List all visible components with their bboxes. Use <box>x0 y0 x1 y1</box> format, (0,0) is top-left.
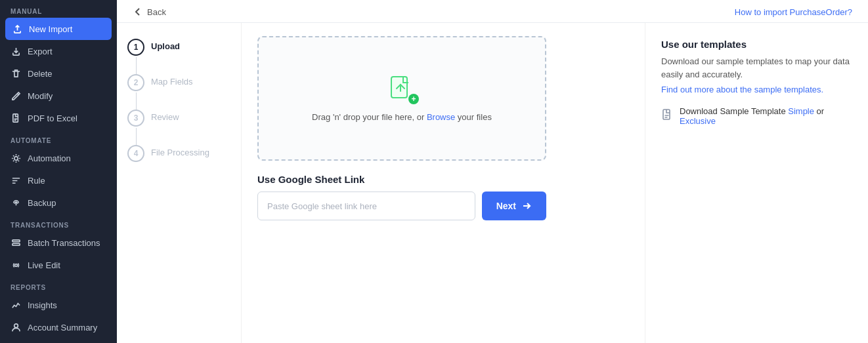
section-label-transactions: TRANSACTIONS <box>0 214 117 232</box>
templates-title: Use our templates <box>661 39 852 50</box>
sidebar-item-modify[interactable]: Modify <box>0 85 117 107</box>
sidebar-item-label-batch-transactions: Batch Transactions <box>28 238 100 248</box>
section-label-manual: MANUAL <box>0 0 117 18</box>
edit-icon <box>11 91 21 101</box>
document-icon <box>661 109 673 124</box>
plus-badge: + <box>408 94 419 104</box>
export-icon <box>11 46 21 56</box>
sidebar-item-live-edit[interactable]: Live Edit <box>0 254 117 276</box>
sidebar-item-rule[interactable]: Rule <box>0 169 117 192</box>
insights-icon <box>11 300 21 310</box>
file-dropzone[interactable]: + Drag 'n' drop your file here, or Brows… <box>257 36 546 161</box>
right-panel: Use our templates Download our sample te… <box>645 23 868 343</box>
step-1: 1 Upload <box>127 39 230 56</box>
upload-icon <box>12 24 22 34</box>
step-3-circle: 3 <box>127 110 144 127</box>
sidebar-item-automation[interactable]: Automation <box>0 147 117 169</box>
sidebar-item-batch-transactions[interactable]: Batch Transactions <box>0 232 117 254</box>
file-icon <box>11 113 21 123</box>
sidebar-item-account-summary[interactable]: Account Summary <box>0 316 117 338</box>
sidebar-item-label-pdf-to-excel: PDF to Excel <box>28 113 77 123</box>
step-1-label: Upload <box>151 39 180 51</box>
drag-drop-text: Drag 'n' drop your file here, or Browse … <box>312 112 492 122</box>
sidebar-item-label-modify: Modify <box>28 91 53 101</box>
batch-icon <box>11 237 21 248</box>
file-upload-icon: + <box>387 75 416 104</box>
sidebar-item-pdf-to-excel[interactable]: PDF to Excel <box>0 107 117 129</box>
sidebar-item-backup[interactable]: Backup <box>0 192 117 214</box>
templates-description: Download our sample templates to map you… <box>661 55 852 81</box>
step-3: 3 Review <box>127 110 230 127</box>
google-input-row: Next <box>257 192 546 220</box>
arrow-right-icon <box>521 201 532 211</box>
sidebar: MANUAL New Import Export Del <box>0 0 117 343</box>
svg-point-5 <box>14 323 18 327</box>
google-sheet-input[interactable] <box>257 192 475 220</box>
download-text: Download Sample Template Simple or Exclu… <box>680 106 852 126</box>
step-2: 2 Map Fields <box>127 74 230 91</box>
svg-point-4 <box>14 264 17 266</box>
sidebar-section-automate: AUTOMATE Automation Rule Bac <box>0 129 117 214</box>
trash-icon <box>11 68 21 79</box>
next-button[interactable]: Next <box>482 192 546 220</box>
content-area: 1 Upload 2 Map Fields 3 Review 4 File Pr… <box>117 23 868 343</box>
step-2-circle: 2 <box>127 74 144 91</box>
section-label-automate: AUTOMATE <box>0 129 117 147</box>
sidebar-item-label-insights: Insights <box>28 300 57 310</box>
step-4: 4 File Processing <box>127 145 230 162</box>
top-bar: Back How to import PurchaseOrder? <box>117 0 868 23</box>
sidebar-section-manual: MANUAL New Import Export Del <box>0 0 117 129</box>
chevron-left-icon <box>133 7 143 17</box>
download-row: Download Sample Template Simple or Exclu… <box>661 106 852 126</box>
sidebar-item-export[interactable]: Export <box>0 40 117 62</box>
step-4-circle: 4 <box>127 145 144 162</box>
automation-icon <box>11 153 21 163</box>
sidebar-item-label-rule: Rule <box>28 176 45 186</box>
backup-icon <box>11 197 21 208</box>
steps-panel: 1 Upload 2 Map Fields 3 Review 4 File Pr… <box>117 23 242 343</box>
main-content: Back How to import PurchaseOrder? 1 Uplo… <box>117 0 868 343</box>
sidebar-item-label-backup: Backup <box>28 198 56 208</box>
section-label-reports: REPORTS <box>0 276 117 294</box>
sidebar-item-delete[interactable]: Delete <box>0 62 117 85</box>
sidebar-item-label-delete: Delete <box>28 69 53 79</box>
sidebar-item-label-new-import: New Import <box>29 24 72 34</box>
sidebar-section-reports: REPORTS Insights Account Summary <box>0 276 117 338</box>
sidebar-section-transactions: TRANSACTIONS Batch Transactions Live Edi… <box>0 214 117 276</box>
simple-template-link[interactable]: Simple <box>788 106 814 116</box>
svg-rect-2 <box>12 239 19 241</box>
step-1-circle: 1 <box>127 39 144 56</box>
step-2-label: Map Fields <box>151 74 193 87</box>
upload-main: + Drag 'n' drop your file here, or Brows… <box>242 23 645 343</box>
google-sheet-label: Use Google Sheet Link <box>257 174 546 185</box>
sidebar-item-label-account-summary: Account Summary <box>28 323 97 333</box>
rule-icon <box>11 175 21 186</box>
exclusive-template-link[interactable]: Exclusive <box>680 116 716 126</box>
back-label: Back <box>147 7 166 17</box>
browse-link[interactable]: Browse <box>427 112 455 122</box>
live-icon <box>11 260 21 270</box>
how-to-import-link[interactable]: How to import PurchaseOrder? <box>735 7 852 17</box>
step-3-label: Review <box>151 110 179 122</box>
google-sheet-section: Use Google Sheet Link Next <box>257 174 546 220</box>
find-out-more-link[interactable]: Find out more about the sample templates… <box>661 85 852 94</box>
sidebar-item-label-automation: Automation <box>28 153 71 163</box>
sidebar-item-new-import[interactable]: New Import <box>5 18 112 40</box>
svg-rect-6 <box>391 77 407 98</box>
svg-rect-3 <box>12 243 19 245</box>
step-4-label: File Processing <box>151 145 209 157</box>
svg-point-1 <box>14 156 18 160</box>
sidebar-item-label-live-edit: Live Edit <box>28 260 60 270</box>
sidebar-item-insights[interactable]: Insights <box>0 294 117 316</box>
sidebar-item-label-export: Export <box>28 47 53 56</box>
back-button[interactable]: Back <box>133 7 166 17</box>
account-icon <box>11 322 21 333</box>
